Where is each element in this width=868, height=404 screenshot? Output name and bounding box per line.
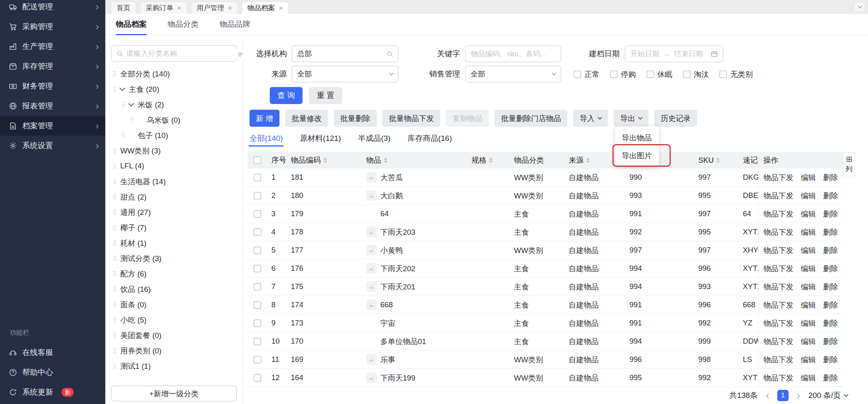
checkbox-icon[interactable]	[254, 319, 261, 327]
drag-handle-icon[interactable]	[113, 147, 117, 154]
item-code-link[interactable]: 176	[291, 264, 303, 273]
sidebar-item-production[interactable]: 生产管理›	[0, 36, 105, 56]
checkbox-icon[interactable]	[254, 247, 261, 254]
tree-item[interactable]: LFL (4)	[111, 158, 237, 174]
sort-icon[interactable]	[716, 157, 720, 163]
tree-item[interactable]: 美团套餐 (0)	[111, 327, 237, 343]
edit-link[interactable]: 编辑	[801, 245, 816, 255]
drag-handle-icon[interactable]	[113, 286, 117, 292]
table-tab-semi-finished[interactable]: 半成品(3)	[357, 132, 391, 148]
sidebar-item-procurement[interactable]: 采购管理›	[0, 17, 105, 36]
drag-handle-icon[interactable]	[113, 363, 117, 369]
sidebar-item-delivery[interactable]: 配送管理›	[0, 0, 105, 17]
edit-link[interactable]: 编辑	[801, 227, 816, 237]
drag-handle-icon[interactable]	[113, 270, 117, 277]
drag-handle-icon[interactable]	[122, 101, 126, 108]
edit-link[interactable]: 编辑	[801, 264, 816, 274]
page-size-select[interactable]: 200 条/页	[808, 390, 848, 401]
tab-item-brand[interactable]: 物品品牌	[220, 14, 250, 35]
select-all-checkbox[interactable]	[248, 152, 267, 168]
dispatch-link[interactable]: 物品下发	[763, 282, 793, 292]
tab-item-category[interactable]: 物品分类	[168, 14, 198, 35]
item-code-link[interactable]: 181	[291, 173, 303, 182]
column-header-sku[interactable]: SKU	[693, 152, 738, 168]
tab-overflow-button[interactable]	[854, 2, 866, 12]
drag-handle-icon[interactable]	[113, 209, 117, 215]
delete-link[interactable]: 删除	[823, 282, 838, 292]
checkbox-icon[interactable]	[683, 70, 691, 78]
drag-handle-icon[interactable]	[113, 86, 117, 92]
sidebar-item-inventory[interactable]: 库存管理›	[0, 56, 105, 76]
drag-handle-icon[interactable]	[113, 301, 117, 308]
tree-item[interactable]: 生活电器 (14)	[111, 174, 237, 189]
source-select[interactable]: 全部	[292, 66, 399, 83]
item-code-link[interactable]: 179	[291, 209, 303, 218]
item-code-link[interactable]: 175	[291, 282, 303, 291]
edit-link[interactable]: 编辑	[801, 355, 816, 365]
tree-item[interactable]: WW类别 (3)	[111, 143, 237, 158]
export-images-menu-item[interactable]: 导出图片	[615, 147, 659, 164]
drag-handle-icon[interactable]	[113, 163, 117, 169]
export-button[interactable]: 导出	[614, 110, 648, 127]
chevron-down-icon[interactable]	[119, 85, 125, 91]
add-category-button[interactable]: +新增一级分类	[111, 385, 237, 402]
status-checkbox-1[interactable]: 停购	[610, 69, 636, 79]
tree-item[interactable]: 用券类别 (0)	[111, 343, 237, 358]
delete-link[interactable]: 删除	[823, 227, 838, 237]
checkbox-icon[interactable]	[719, 70, 727, 78]
sort-icon[interactable]	[586, 157, 590, 163]
checkbox-icon[interactable]	[254, 265, 261, 272]
sort-icon[interactable]	[384, 157, 388, 163]
tree-item[interactable]: 主食 (20)	[111, 81, 237, 97]
delete-link[interactable]: 删除	[823, 373, 838, 383]
drag-handle-icon[interactable]	[113, 332, 117, 338]
dispatch-link[interactable]: 物品下发	[763, 373, 793, 383]
table-tab-raw-material[interactable]: 原材料(121)	[299, 132, 341, 148]
checkbox-icon[interactable]	[254, 283, 261, 291]
column-header-name[interactable]: 物品	[361, 152, 467, 168]
prev-page-button[interactable]: ‹	[766, 390, 769, 401]
query-button[interactable]: 查 询	[270, 87, 303, 104]
tree-item[interactable]: 面条 (0)	[111, 297, 237, 312]
org-input[interactable]	[297, 50, 384, 58]
checkbox-icon[interactable]	[254, 228, 261, 236]
item-code-link[interactable]: 177	[291, 246, 303, 255]
dispatch-link[interactable]: 物品下发	[763, 191, 793, 201]
dispatch-link[interactable]: 物品下发	[763, 209, 793, 219]
item-code-link[interactable]: 164	[291, 373, 303, 382]
checkbox-icon[interactable]	[610, 70, 618, 78]
history-button[interactable]: 历史记录	[654, 110, 697, 127]
dispatch-link[interactable]: 物品下发	[763, 300, 793, 310]
item-code-link[interactable]: 180	[291, 191, 303, 200]
tree-item[interactable]: 小吃 (5)	[111, 312, 237, 327]
top-tab-home[interactable]: 首页	[111, 2, 136, 14]
checkbox-icon[interactable]	[254, 192, 261, 200]
drag-handle-icon[interactable]	[113, 193, 117, 200]
close-icon[interactable]: ×	[279, 4, 283, 12]
delete-link[interactable]: 删除	[823, 264, 838, 274]
edit-link[interactable]: 编辑	[801, 318, 816, 328]
sales-select[interactable]: 全部	[465, 66, 561, 83]
tree-item[interactable]: 椰子 (7)	[111, 220, 237, 235]
column-header-code[interactable]: 物品编码	[286, 152, 361, 168]
sort-icon[interactable]	[489, 157, 493, 163]
sort-icon[interactable]	[323, 157, 327, 163]
dispatch-link[interactable]: 物品下发	[763, 318, 793, 328]
column-settings-button[interactable]: 列	[843, 152, 855, 177]
drag-handle-icon[interactable]	[113, 317, 117, 323]
tab-item-archive[interactable]: 物品档案	[116, 14, 147, 35]
tree-item[interactable]: 饮品 (16)	[111, 281, 237, 297]
sidebar-item-service[interactable]: 在线客服	[0, 342, 105, 362]
delete-link[interactable]: 删除	[823, 209, 838, 219]
drag-handle-icon[interactable]	[122, 132, 126, 138]
keyword-input[interactable]	[471, 50, 556, 58]
tree-item[interactable]: 乌米饭 (0)	[111, 112, 237, 128]
top-tab-item-archive[interactable]: 物品档案×	[242, 2, 289, 14]
drag-handle-icon[interactable]	[113, 178, 117, 185]
top-tab-purchase-order[interactable]: 采购订单×	[140, 2, 187, 14]
delete-link[interactable]: 删除	[823, 318, 838, 328]
item-code-link[interactable]: 173	[291, 319, 303, 327]
delete-link[interactable]: 删除	[823, 191, 838, 201]
org-select[interactable]	[292, 45, 399, 62]
drag-handle-icon[interactable]	[113, 240, 117, 246]
